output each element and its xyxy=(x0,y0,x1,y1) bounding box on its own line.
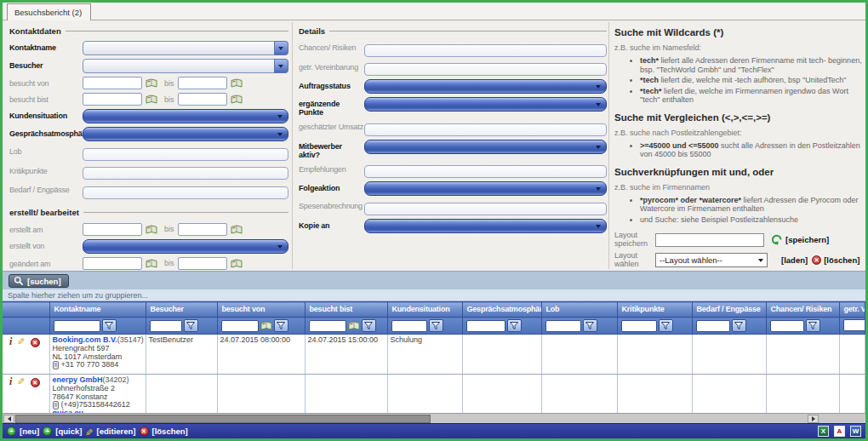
calendar-icon[interactable] xyxy=(146,78,157,88)
dropdown-cap[interactable] xyxy=(274,41,288,55)
company-link[interactable]: Booking.com B.V. xyxy=(53,335,117,344)
erstellt-von-dropdown[interactable] xyxy=(83,239,288,254)
geaendert-am-from-input[interactable] xyxy=(83,257,142,270)
group-by-bar[interactable]: Spalte hierher ziehen um zu gruppieren..… xyxy=(3,289,865,301)
filter-button[interactable] xyxy=(102,319,117,332)
delete-icon[interactable] xyxy=(140,427,149,436)
add-icon[interactable] xyxy=(7,427,16,436)
loeschen-layout-button[interactable]: [löschen] xyxy=(824,255,859,265)
filter-button[interactable] xyxy=(274,319,288,332)
besucht-bist-from-input[interactable] xyxy=(83,93,142,106)
edit-pencil-icon[interactable] xyxy=(17,338,25,347)
calendar-icon[interactable] xyxy=(231,78,243,88)
vereinbarung-input[interactable] xyxy=(364,63,607,76)
empfehlungen-input[interactable] xyxy=(364,165,607,178)
besucht-bist-to-input[interactable] xyxy=(178,93,227,106)
folgeaktion-dropdown[interactable] xyxy=(364,181,607,196)
layout-select[interactable]: --Layout wählen-- xyxy=(655,253,768,267)
delete-layout-icon[interactable] xyxy=(812,255,821,265)
kopie-an-dropdown[interactable] xyxy=(364,219,607,233)
besucht-bist-filter-input[interactable] xyxy=(309,320,346,332)
column-header-besucht-von[interactable]: besucht von xyxy=(217,302,305,318)
speichern-button[interactable]: [speichern] xyxy=(785,235,829,244)
besucht-von-filter-input[interactable] xyxy=(221,320,259,332)
erstellt-am-to-input[interactable] xyxy=(178,223,227,236)
besucher-filter-input[interactable] xyxy=(150,320,182,332)
edit-pencil-icon[interactable] xyxy=(17,378,25,387)
mitbewerber-dropdown[interactable] xyxy=(364,140,607,154)
vereinbarung-filter-input[interactable] xyxy=(843,319,865,331)
column-header-besucher[interactable]: Besucher xyxy=(146,302,217,318)
info-icon[interactable] xyxy=(9,378,12,387)
calendar-icon[interactable] xyxy=(146,225,157,234)
besucht-von-from-input[interactable] xyxy=(83,77,142,89)
company-link[interactable]: enerpy GmbH xyxy=(53,375,103,384)
column-header-bedarf[interactable]: Bedarf / Engpässe xyxy=(692,302,766,318)
besucher-dropdown[interactable] xyxy=(83,59,288,73)
column-header-kritikpunkte[interactable]: Kritikpunkte xyxy=(617,302,692,318)
gespraechsatmosphaere-filter-input[interactable] xyxy=(466,320,505,332)
quick-button[interactable]: [quick] xyxy=(55,427,82,436)
column-header-gespraechsatmosphaere[interactable]: Gesprächsatmosphäre xyxy=(462,302,541,318)
kritikpunkte-filter-input[interactable] xyxy=(621,320,657,332)
calendar-icon[interactable] xyxy=(146,94,157,104)
calendar-icon[interactable] xyxy=(231,259,243,268)
ergaenzende-punkte-dropdown[interactable] xyxy=(364,97,607,112)
scroll-left-button[interactable] xyxy=(3,415,14,423)
column-header-kundensituation[interactable]: Kundensituation xyxy=(387,302,462,318)
horizontal-scrollbar[interactable] xyxy=(3,413,865,423)
filter-button[interactable] xyxy=(507,319,522,332)
calendar-icon[interactable] xyxy=(348,321,360,330)
edit-pencil-icon[interactable] xyxy=(85,424,93,439)
word-export-icon[interactable] xyxy=(850,426,861,437)
chancen-filter-input[interactable] xyxy=(770,320,804,332)
column-header-kontaktname[interactable]: Kontaktname xyxy=(49,302,146,318)
gespraechsatmosphaere-dropdown[interactable] xyxy=(83,127,288,141)
layout-name-input[interactable] xyxy=(655,233,764,247)
spesen-input[interactable] xyxy=(364,203,607,215)
laden-button[interactable]: [laden] xyxy=(781,255,808,265)
calendar-icon[interactable] xyxy=(146,259,157,268)
kontaktname-filter-input[interactable] xyxy=(54,320,100,332)
tab-besuchsbericht[interactable]: Besuchsbericht (2) xyxy=(7,3,91,20)
calendar-icon[interactable] xyxy=(260,321,272,330)
filter-button[interactable] xyxy=(429,319,443,332)
dropdown-cap[interactable] xyxy=(274,59,288,73)
filter-button[interactable] xyxy=(583,319,597,332)
lob-input[interactable] xyxy=(83,148,288,161)
delete-icon[interactable] xyxy=(31,378,40,387)
filter-button[interactable] xyxy=(806,319,820,332)
umsatz-input[interactable] xyxy=(364,123,607,136)
info-icon[interactable] xyxy=(9,338,12,347)
erstellt-am-from-input[interactable] xyxy=(83,223,142,236)
loeschen-button[interactable]: [löschen] xyxy=(152,427,188,436)
kundensituation-filter-input[interactable] xyxy=(391,320,427,332)
bedarf-filter-input[interactable] xyxy=(696,320,730,332)
chancen-input[interactable] xyxy=(364,44,607,57)
neu-button[interactable]: [neu] xyxy=(20,427,39,436)
besucht-von-to-input[interactable] xyxy=(178,77,227,89)
column-header-vereinbarung[interactable]: getr. Vereinbarung xyxy=(839,302,865,318)
column-header-besucht-bist[interactable]: besucht bist xyxy=(305,302,387,318)
column-header-lob[interactable]: Lob xyxy=(541,302,617,318)
filter-button[interactable] xyxy=(362,319,376,332)
scrollbar-thumb[interactable] xyxy=(15,415,431,423)
scroll-right-button[interactable] xyxy=(808,415,819,423)
calendar-icon[interactable] xyxy=(231,94,243,104)
filter-button[interactable] xyxy=(659,319,673,332)
kundensituation-dropdown[interactable] xyxy=(83,109,288,123)
calendar-icon[interactable] xyxy=(231,225,243,234)
column-header-chancen[interactable]: Chancen/ Risiken xyxy=(766,302,839,318)
table-row[interactable]: Booking.com B.V.(35147) Herengracht 597 … xyxy=(3,335,865,375)
pdf-export-icon[interactable] xyxy=(834,426,845,437)
delete-icon[interactable] xyxy=(31,338,40,347)
excel-export-icon[interactable] xyxy=(818,426,829,437)
save-icon[interactable] xyxy=(771,234,783,245)
lob-filter-input[interactable] xyxy=(545,320,581,332)
bedarf-input[interactable] xyxy=(83,186,288,199)
auftragsstatus-dropdown[interactable] xyxy=(364,79,607,94)
filter-button[interactable] xyxy=(184,319,198,332)
filter-button[interactable] xyxy=(732,319,746,332)
suchen-button[interactable]: [suchen] xyxy=(9,274,69,288)
kontaktname-dropdown[interactable] xyxy=(83,41,288,55)
